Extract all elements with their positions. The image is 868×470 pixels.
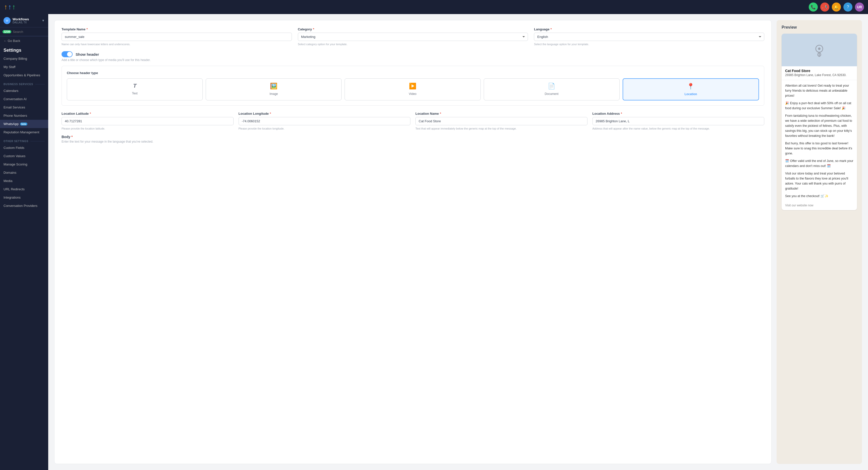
go-back-button[interactable]: ← Go Back bbox=[0, 36, 48, 45]
preview-paragraph-1: Attention all cat lovers! Get ready to t… bbox=[785, 83, 854, 98]
show-header-label: Show header bbox=[75, 52, 99, 57]
header-type-text[interactable]: T Text bbox=[67, 78, 203, 100]
help-icon-button[interactable]: ? bbox=[843, 2, 852, 11]
bell-icon-button[interactable]: 🔔 bbox=[832, 2, 841, 11]
preview-location-info: Cat Food Store 26985 Brighton Lane, Lake… bbox=[782, 66, 857, 80]
workflow-selector[interactable]: W Workflows DALLAS, TX ▼ bbox=[0, 14, 48, 27]
longitude-input[interactable] bbox=[239, 117, 411, 125]
form-panel: Template Name * Name can only have lower… bbox=[54, 20, 772, 464]
body-hint: Enter the text for your message in the l… bbox=[62, 140, 764, 144]
sidebar-item-media[interactable]: Media bbox=[0, 177, 48, 185]
sidebar-item-whatsapp[interactable]: WhatsApp beta bbox=[0, 120, 48, 128]
required-star: * bbox=[270, 112, 271, 116]
show-header-toggle[interactable] bbox=[62, 51, 72, 57]
header-type-location-label: Location bbox=[684, 92, 697, 96]
required-star: * bbox=[71, 135, 72, 139]
sidebar-item-integrations[interactable]: Integrations bbox=[0, 193, 48, 201]
phone-icon-button[interactable]: 📞 bbox=[809, 2, 818, 11]
latitude-group: Location Latitude * Please provide the l… bbox=[62, 112, 234, 131]
other-settings-label: OTHER SETTINGS bbox=[0, 136, 48, 144]
location-name-label: Location Name * bbox=[415, 112, 587, 116]
preview-title: Preview bbox=[782, 25, 857, 30]
required-star: * bbox=[86, 27, 88, 31]
settings-title: Settings bbox=[0, 45, 48, 55]
preview-paragraph-6: Visit our store today and treat your bel… bbox=[785, 171, 854, 191]
header-types-container: T Text 🖼️ Image ▶️ Video 📄 Document bbox=[67, 78, 759, 100]
header-type-text-label: Text bbox=[132, 92, 137, 95]
preview-message: Cat Food Store 26985 Brighton Lane, Lake… bbox=[782, 34, 857, 210]
preview-panel: Preview Cat Food Store 26985 Brighton La… bbox=[777, 20, 862, 464]
sidebar-item-company-billing[interactable]: Company Billing bbox=[0, 55, 48, 63]
workflow-sub: DALLAS, TX bbox=[12, 21, 40, 24]
sidebar-item-conversation-ai[interactable]: Conversation AI bbox=[0, 95, 48, 103]
location-icon: 📍 bbox=[687, 83, 694, 90]
template-name-input[interactable] bbox=[62, 33, 292, 41]
logo: ↑ ↑ ↑ bbox=[4, 3, 16, 11]
header-type-image[interactable]: 🖼️ Image bbox=[206, 78, 342, 100]
language-select[interactable]: English Spanish French bbox=[534, 33, 764, 41]
sidebar-item-calendars[interactable]: Calendars bbox=[0, 87, 48, 95]
preview-map bbox=[782, 34, 857, 66]
search-input[interactable] bbox=[13, 30, 48, 34]
sidebar-item-opportunities[interactable]: Opportunities & Pipelines bbox=[0, 71, 48, 79]
sidebar: W Workflows DALLAS, TX ▼ 325M ⌘K + ← Go … bbox=[0, 14, 48, 470]
body-label: Body * bbox=[62, 135, 764, 139]
preview-location-address: 26985 Brighton Lane, Lake Forest, CA 926… bbox=[785, 73, 854, 77]
sidebar-item-my-staff[interactable]: My Staff bbox=[0, 63, 48, 71]
preview-footer: Visit our website now bbox=[782, 201, 857, 210]
sidebar-item-reputation-management[interactable]: Reputation Management bbox=[0, 128, 48, 136]
required-star: * bbox=[621, 112, 622, 116]
template-name-label: Template Name * bbox=[62, 27, 292, 31]
location-address-hint: Address that will appear after the name … bbox=[592, 127, 765, 131]
longitude-hint: Please provide the location longitude. bbox=[239, 127, 411, 131]
required-star: * bbox=[90, 112, 91, 116]
sidebar-item-url-redirects[interactable]: URL Redirects bbox=[0, 185, 48, 193]
header-type-video[interactable]: ▶️ Video bbox=[345, 78, 480, 100]
location-name-input[interactable] bbox=[415, 117, 587, 125]
sidebar-item-custom-values[interactable]: Custom Values bbox=[0, 152, 48, 160]
location-name-hint: Text that will appear immediately below … bbox=[415, 127, 587, 131]
location-address-input[interactable] bbox=[592, 117, 765, 125]
text-icon: T bbox=[133, 83, 136, 89]
topbar: ↑ ↑ ↑ 📞 📣 🔔 ? UR bbox=[0, 0, 868, 14]
video-icon: ▶️ bbox=[409, 83, 416, 90]
sidebar-item-phone-numbers[interactable]: Phone Numbers bbox=[0, 112, 48, 120]
language-hint: Select the language option for your temp… bbox=[534, 42, 764, 46]
arrow-green-icon: ↑ bbox=[12, 3, 16, 11]
map-pin-icon bbox=[812, 42, 827, 58]
category-label: Category * bbox=[298, 27, 528, 31]
language-label: Language * bbox=[534, 27, 764, 31]
main-layout: W Workflows DALLAS, TX ▼ 325M ⌘K + ← Go … bbox=[0, 14, 868, 470]
megaphone-icon-button[interactable]: 📣 bbox=[820, 2, 829, 11]
arrow-blue-icon: ↑ bbox=[8, 3, 11, 11]
location-fields: Location Latitude * Please provide the l… bbox=[62, 112, 764, 131]
beta-badge: beta bbox=[20, 123, 27, 126]
sidebar-item-manage-scoring[interactable]: Manage Scoring bbox=[0, 160, 48, 168]
header-type-label: Choose header type bbox=[67, 71, 759, 75]
required-star: * bbox=[313, 27, 314, 31]
preview-paragraph-7: See you at the checkout! 🛒✨ bbox=[785, 194, 854, 198]
category-select[interactable]: Marketing Utility Authentication bbox=[298, 33, 528, 41]
latitude-input[interactable] bbox=[62, 117, 234, 125]
user-avatar-button[interactable]: UR bbox=[855, 2, 864, 11]
sidebar-item-domains[interactable]: Domains bbox=[0, 168, 48, 177]
image-icon: 🖼️ bbox=[270, 83, 278, 90]
preview-paragraph-5: 🗓️ Offer valid until the end of June, so… bbox=[785, 158, 854, 168]
preview-paragraph-2: 🎉 Enjoy a purr-fect deal with 50% off on… bbox=[785, 101, 854, 111]
sidebar-item-email-services[interactable]: Email Services bbox=[0, 103, 48, 112]
sidebar-item-conversation-providers[interactable]: Conversation Providers bbox=[0, 201, 48, 210]
header-type-video-label: Video bbox=[409, 92, 416, 96]
header-type-location[interactable]: 📍 Location bbox=[623, 78, 759, 100]
header-type-document[interactable]: 📄 Document bbox=[484, 78, 620, 100]
category-hint: Select category option for your template… bbox=[298, 42, 528, 46]
sidebar-item-custom-fields[interactable]: Custom Fields bbox=[0, 144, 48, 152]
logo-arrows: ↑ ↑ ↑ bbox=[4, 3, 16, 11]
business-services-label: BUSINESS SERVICES bbox=[0, 79, 48, 87]
latitude-label: Location Latitude * bbox=[62, 112, 234, 116]
show-header-toggle-row: Show header bbox=[62, 51, 764, 57]
header-type-document-label: Document bbox=[545, 92, 559, 96]
preview-body-text: Attention all cat lovers! Get ready to t… bbox=[782, 80, 857, 201]
document-icon: 📄 bbox=[548, 83, 555, 90]
chevron-down-icon: ▼ bbox=[42, 19, 45, 22]
location-address-label: Location Address * bbox=[592, 112, 765, 116]
